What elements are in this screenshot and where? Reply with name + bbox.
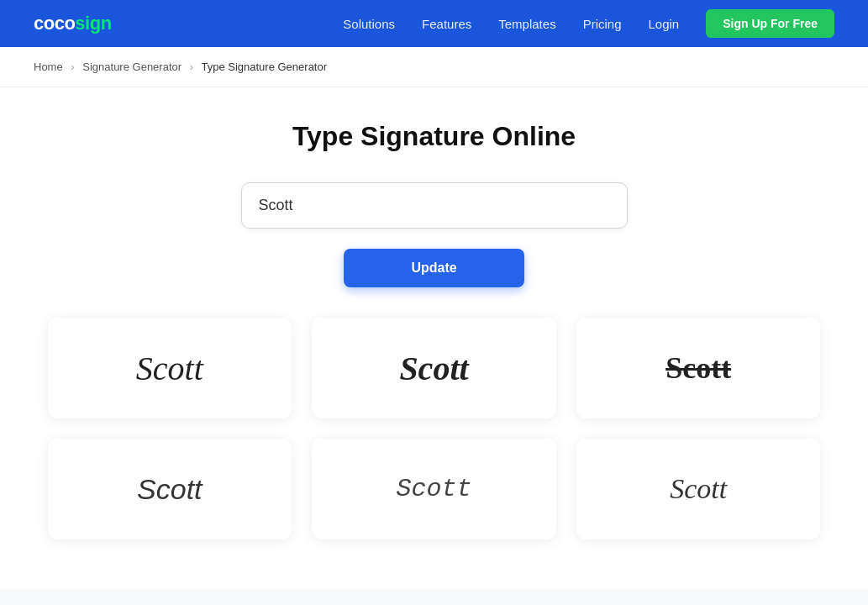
nav-features[interactable]: Features bbox=[422, 17, 471, 31]
signature-card-3[interactable]: Scott bbox=[576, 318, 821, 418]
breadcrumb-sep-1: › bbox=[71, 60, 74, 73]
signature-card-4[interactable]: Scott bbox=[48, 439, 292, 539]
navbar: cocosign Solutions Features Templates Pr… bbox=[0, 0, 868, 47]
nav-solutions[interactable]: Solutions bbox=[343, 17, 395, 31]
signature-style-6: Scott bbox=[670, 473, 727, 505]
signature-name-input[interactable] bbox=[241, 182, 628, 229]
nav-templates[interactable]: Templates bbox=[498, 17, 555, 31]
signature-style-5: Scott bbox=[396, 475, 471, 503]
signature-style-2: Scott bbox=[399, 349, 468, 388]
logo[interactable]: cocosign bbox=[34, 13, 112, 34]
page-title: Type Signature Online bbox=[34, 121, 834, 152]
breadcrumb-home[interactable]: Home bbox=[34, 60, 63, 73]
input-section: Update bbox=[34, 182, 834, 287]
logo-text-coco: coco bbox=[34, 13, 75, 34]
signature-card-6[interactable]: Scott bbox=[576, 439, 821, 539]
main-content: Type Signature Online Update Scott Scott… bbox=[0, 87, 868, 590]
breadcrumb-parent[interactable]: Signature Generator bbox=[82, 60, 181, 73]
breadcrumb: Home › Signature Generator › Type Signat… bbox=[0, 47, 868, 87]
signature-card-1[interactable]: Scott bbox=[48, 318, 292, 418]
nav-pricing[interactable]: Pricing bbox=[583, 17, 622, 31]
breadcrumb-current: Type Signature Generator bbox=[201, 60, 327, 73]
signup-button[interactable]: Sign Up For Free bbox=[706, 9, 834, 38]
update-button[interactable]: Update bbox=[344, 249, 523, 287]
nav-login[interactable]: Login bbox=[649, 17, 680, 31]
signature-style-3: Scott bbox=[665, 350, 731, 386]
signature-style-4: Scott bbox=[137, 473, 202, 506]
nav-links: Solutions Features Templates Pricing Log… bbox=[343, 9, 834, 38]
breadcrumb-sep-2: › bbox=[190, 60, 193, 73]
logo-text-sign: sign bbox=[75, 13, 111, 34]
signature-grid: Scott Scott Scott Scott Scott Scott bbox=[48, 318, 821, 539]
signature-card-2[interactable]: Scott bbox=[312, 318, 556, 418]
signature-style-1: Scott bbox=[136, 349, 203, 388]
signature-card-5[interactable]: Scott bbox=[312, 439, 556, 539]
